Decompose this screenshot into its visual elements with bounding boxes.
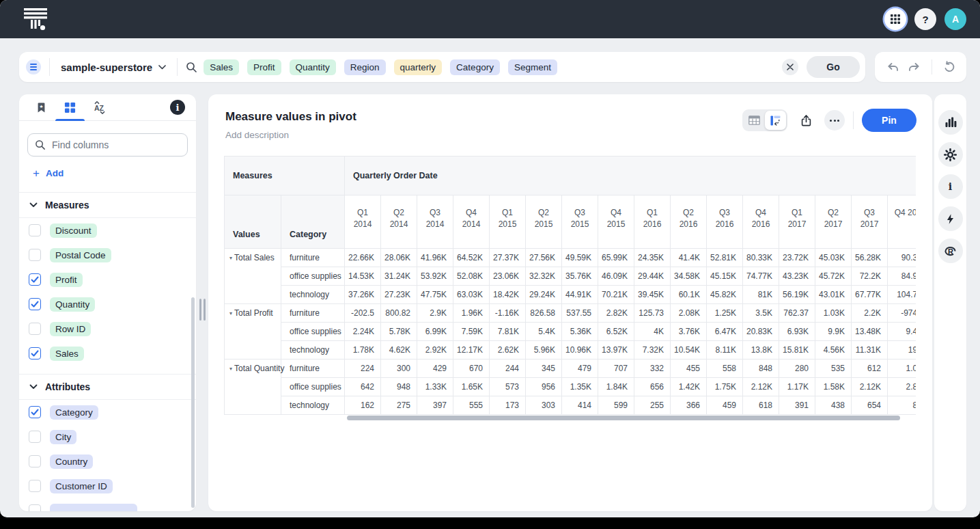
- field-label-postal-code[interactable]: Postal Code: [50, 248, 111, 262]
- panel-resize-handle[interactable]: [199, 299, 206, 321]
- pivot-value-cell: 56.28K: [852, 249, 888, 267]
- more-options-button[interactable]: [824, 110, 845, 131]
- tab-columns[interactable]: [64, 94, 76, 120]
- field-label-quantity[interactable]: Quantity: [50, 297, 95, 312]
- field-label-customer-id[interactable]: Customer ID: [50, 479, 113, 493]
- query-pill-profit[interactable]: Profit: [247, 59, 281, 75]
- pivot-value-cell: 6.99K: [417, 323, 453, 341]
- field-checkbox-row-id[interactable]: [29, 323, 41, 335]
- pivot-value-cell: 4K: [634, 323, 671, 341]
- undo-button[interactable]: [885, 59, 901, 74]
- pivot-category-cell: office supplies: [281, 267, 345, 286]
- pivot-value-cell: 29.24K: [526, 286, 562, 304]
- field-checkbox-quantity[interactable]: [29, 298, 41, 310]
- viz-description-placeholder[interactable]: Add description: [225, 130, 289, 140]
- tab-bookmarks[interactable]: ★: [36, 94, 47, 120]
- viz-title[interactable]: Measure values in pivot: [225, 110, 356, 124]
- field-checkbox-city[interactable]: [29, 431, 41, 443]
- chevron-down-icon: [158, 65, 166, 70]
- query-pill-sales[interactable]: Sales: [204, 59, 239, 75]
- field-item-row-id: Row ID: [19, 316, 196, 341]
- sidebar-info-button[interactable]: i: [170, 100, 185, 115]
- collapse-caret-icon[interactable]: ▾: [229, 255, 232, 261]
- question-mark-icon: ?: [922, 14, 928, 25]
- sidebar-scrollbar[interactable]: [191, 297, 195, 508]
- field-checkbox-sales[interactable]: [29, 347, 41, 360]
- field-label-category[interactable]: Category: [50, 405, 98, 420]
- pivot-group-label-total-profit[interactable]: ▾Total Profit: [225, 304, 281, 360]
- reset-button[interactable]: [942, 59, 957, 74]
- table-icon: [748, 116, 760, 125]
- share-button[interactable]: [796, 110, 816, 131]
- field-label-city[interactable]: City: [50, 430, 76, 444]
- user-avatar[interactable]: A: [944, 8, 966, 30]
- field-checkbox-customer-id[interactable]: [29, 480, 41, 492]
- pivot-value-cell: 49.59K: [562, 249, 598, 267]
- field-label-sales[interactable]: Sales: [50, 347, 84, 361]
- pivot-group-label-total-sales[interactable]: ▾Total Sales: [225, 249, 281, 304]
- field-label-item[interactable]: [50, 504, 137, 511]
- pivot-row: office supplies14.53K31.24K53.92K52.08K2…: [225, 267, 916, 286]
- pivot-group-label-total-quantity[interactable]: ▾Total Quantity: [225, 360, 281, 415]
- pivot-value-cell: 558: [707, 360, 743, 378]
- pivot-view-button[interactable]: [765, 111, 786, 130]
- pivot-quarter-header-q1-2016: Q12016: [634, 195, 671, 249]
- pivot-value-cell: 956: [526, 378, 562, 396]
- field-label-row-id[interactable]: Row ID: [50, 322, 91, 336]
- query-pill-region[interactable]: Region: [344, 59, 386, 75]
- insights-panel-button[interactable]: [938, 206, 963, 231]
- tab-sort[interactable]: AZ: [93, 94, 107, 120]
- settings-panel-button[interactable]: [938, 142, 963, 167]
- query-pill-quarterly[interactable]: quarterly: [394, 59, 443, 75]
- redo-button[interactable]: [906, 59, 922, 74]
- section-header-measures[interactable]: Measures: [19, 192, 196, 218]
- add-column-button[interactable]: + Add: [33, 167, 81, 179]
- horizontal-scrollbar[interactable]: [347, 416, 900, 420]
- help-button[interactable]: ?: [914, 8, 936, 30]
- field-checkbox-category[interactable]: [29, 406, 41, 418]
- close-icon: [787, 64, 794, 70]
- undo-icon: [886, 61, 899, 73]
- apps-grid-button[interactable]: [884, 8, 906, 30]
- info-panel-button[interactable]: i: [938, 174, 963, 199]
- field-checkbox-country[interactable]: [29, 455, 41, 467]
- query-pill-category[interactable]: Category: [450, 59, 500, 75]
- find-columns-input[interactable]: [52, 139, 180, 150]
- table-view-button[interactable]: [744, 111, 765, 130]
- clear-query-button[interactable]: [782, 59, 798, 75]
- field-label-discount[interactable]: Discount: [50, 223, 97, 238]
- divider: [932, 59, 932, 74]
- query-pill-quantity[interactable]: Quantity: [290, 59, 336, 75]
- pivot-value-cell: 12.17K: [453, 341, 490, 360]
- pivot-value-cell: 28.06K: [381, 249, 417, 267]
- pivot-value-cell: 90.3: [888, 249, 916, 267]
- pivot-values-header: Values: [225, 195, 281, 249]
- field-label-country[interactable]: Country: [50, 455, 93, 469]
- pivot-value-cell: -974: [888, 304, 916, 323]
- query-pill-segment[interactable]: Segment: [508, 59, 557, 75]
- field-checkbox-postal-code[interactable]: [29, 249, 41, 261]
- pivot-value-cell: 23.06K: [490, 267, 526, 286]
- section-header-attributes[interactable]: Attributes: [19, 374, 196, 400]
- pin-button[interactable]: Pin: [862, 109, 916, 132]
- collapse-caret-icon[interactable]: ▾: [229, 310, 232, 316]
- field-checkbox-discount[interactable]: [29, 224, 41, 236]
- tellius-logo-icon[interactable]: [23, 8, 48, 31]
- datasource-selector[interactable]: sample-superstore: [58, 62, 169, 73]
- datasource-menu-button[interactable]: [26, 59, 41, 74]
- pivot-value-cell: 13.97K: [598, 341, 634, 360]
- go-button[interactable]: Go: [807, 56, 860, 78]
- field-checkbox-item[interactable]: [29, 504, 41, 511]
- pivot-category-cell: technology: [281, 286, 345, 304]
- pivot-value-cell: 2.8: [888, 378, 916, 396]
- charts-panel-button[interactable]: [938, 110, 963, 135]
- field-label-profit[interactable]: Profit: [50, 273, 83, 287]
- pivot-value-cell: 5.36K: [562, 323, 598, 341]
- info-icon: i: [949, 181, 952, 192]
- pivot-value-cell: 414: [562, 396, 598, 415]
- pivot-quarter-header-q2-2016: Q22016: [671, 195, 707, 249]
- r-analytics-button[interactable]: R: [938, 239, 963, 263]
- collapse-caret-icon[interactable]: ▾: [229, 366, 232, 372]
- field-checkbox-profit[interactable]: [29, 273, 41, 286]
- pivot-quarter-header-q1-2015: Q12015: [490, 195, 526, 249]
